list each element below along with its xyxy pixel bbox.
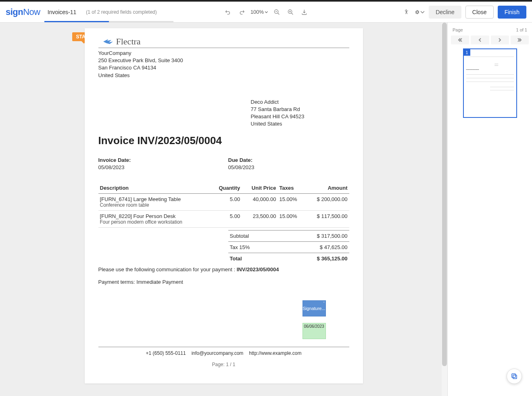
- accessibility-icon: [403, 9, 409, 15]
- zoom-out-button[interactable]: [272, 7, 282, 17]
- nav-prev-button[interactable]: [471, 36, 489, 44]
- undo-icon: [225, 9, 231, 15]
- totals-block: Subtotal $ 317,500.00 Tax 15% $ 47,625.0…: [228, 230, 349, 264]
- page-footer: +1 (650) 555-0111 info@yourcompany.com h…: [98, 347, 349, 367]
- double-chevron-right-icon: [517, 38, 522, 42]
- zoom-out-icon: [273, 9, 280, 15]
- due-date-value: 05/08/2023: [228, 164, 255, 171]
- page-thumbnail[interactable]: 1 ▬▬▬▬▬▬ ▬▬▬▬▬▬▬▬: [463, 48, 517, 118]
- nav-next-button[interactable]: [491, 36, 509, 44]
- document-title: Invoices-11: [48, 9, 77, 15]
- total-label: Total: [230, 256, 242, 262]
- signature-field[interactable]: * Signature...: [303, 300, 326, 316]
- footer-phone: +1 (650) 555-0111: [146, 350, 186, 356]
- flectra-bird-icon: [102, 37, 115, 46]
- scrollbar[interactable]: [442, 23, 447, 396]
- download-button[interactable]: [299, 7, 309, 17]
- floating-action-button[interactable]: [507, 369, 522, 384]
- signnow-logo: signNow: [6, 7, 40, 17]
- accessibility-button[interactable]: [401, 7, 411, 17]
- zoom-dropdown[interactable]: 100%: [250, 9, 268, 15]
- chevron-down-icon: [420, 9, 425, 15]
- chevron-right-icon: [497, 38, 502, 42]
- svg-line-4: [291, 13, 293, 15]
- progress-bar: [44, 21, 173, 22]
- footer-url: http://www.example.com: [249, 350, 301, 356]
- company-address: YourCompany 250 Executive Park Blvd, Sui…: [98, 50, 349, 79]
- payment-terms: Payment terms: Immediate Payment: [98, 279, 349, 285]
- svg-rect-8: [512, 374, 515, 377]
- toolbar-right: Decline Close Finish: [401, 6, 526, 19]
- th-description: Description: [98, 182, 210, 194]
- footer-email: info@yourcompany.com: [192, 350, 244, 356]
- redo-icon: [238, 9, 245, 15]
- document-viewport[interactable]: START Flectra YourCompany 250 Executive …: [0, 23, 447, 396]
- toolbar-center: 100%: [223, 7, 309, 17]
- close-button[interactable]: Close: [465, 6, 494, 19]
- chevron-down-icon: [265, 10, 268, 14]
- nav-page-count: 1 of 1: [516, 27, 527, 32]
- nav-first-button[interactable]: [451, 36, 469, 44]
- invoice-date-label: Invoice Date:: [98, 157, 228, 164]
- th-unit-price: Unit Price: [242, 182, 277, 194]
- tax-label: Tax 15%: [230, 244, 250, 250]
- subtotal-label: Subtotal: [230, 233, 249, 239]
- th-amount: Amount: [305, 182, 349, 194]
- invoice-title: Invoice INV/2023/05/0004: [98, 134, 349, 147]
- date-field[interactable]: 06/06/2023: [303, 323, 326, 339]
- svg-point-7: [406, 9, 407, 10]
- gear-icon: [415, 9, 419, 15]
- download-icon: [301, 9, 307, 15]
- redo-button[interactable]: [237, 7, 246, 17]
- th-taxes: Taxes: [278, 182, 305, 194]
- nav-page-label: Page: [453, 27, 463, 32]
- progress-text: (1 of 2 required fields completed): [86, 9, 156, 15]
- due-date-label: Due Date:: [228, 157, 255, 164]
- table-row: [FURN_6741] Large Meeting TableConferenc…: [98, 193, 349, 210]
- communication-text: Please use the following communication f…: [98, 266, 349, 272]
- svg-rect-9: [513, 375, 517, 379]
- app-header: signNow Invoices-11 (1 of 2 required fie…: [0, 2, 532, 23]
- main-area: START Flectra YourCompany 250 Executive …: [0, 23, 532, 396]
- total-value: $ 365,125.00: [317, 256, 348, 262]
- nav-last-button[interactable]: [511, 36, 529, 44]
- svg-line-1: [277, 13, 279, 15]
- decline-button[interactable]: Decline: [429, 6, 461, 19]
- table-row: [FURN_8220] Four Person DeskFour person …: [98, 210, 349, 227]
- invoice-table: Description Quantity Unit Price Taxes Am…: [98, 182, 349, 228]
- copy-icon: [511, 373, 518, 380]
- customer-address: Deco Addict 77 Santa Barbara Rd Pleasant…: [251, 98, 349, 128]
- footer-page: Page: 1 / 1: [98, 362, 349, 367]
- undo-button[interactable]: [223, 7, 233, 17]
- flectra-logo: Flectra: [102, 36, 349, 47]
- tax-value: $ 47,625.00: [320, 244, 348, 250]
- navigation-panel: Page 1 of 1 1 ▬▬▬▬▬▬: [447, 23, 532, 396]
- settings-button[interactable]: [415, 7, 425, 17]
- chevron-left-icon: [478, 38, 482, 42]
- double-chevron-left-icon: [458, 38, 463, 42]
- dates-row: Invoice Date: 05/08/2023 Due Date: 05/08…: [98, 157, 349, 171]
- zoom-in-icon: [287, 9, 294, 15]
- zoom-in-button[interactable]: [286, 7, 295, 17]
- subtotal-value: $ 317,500.00: [317, 233, 348, 239]
- finish-button[interactable]: Finish: [498, 6, 526, 19]
- invoice-date-value: 05/08/2023: [98, 164, 228, 171]
- th-quantity: Quantity: [210, 182, 242, 194]
- document-page: Flectra YourCompany 250 Executive Park B…: [85, 28, 363, 383]
